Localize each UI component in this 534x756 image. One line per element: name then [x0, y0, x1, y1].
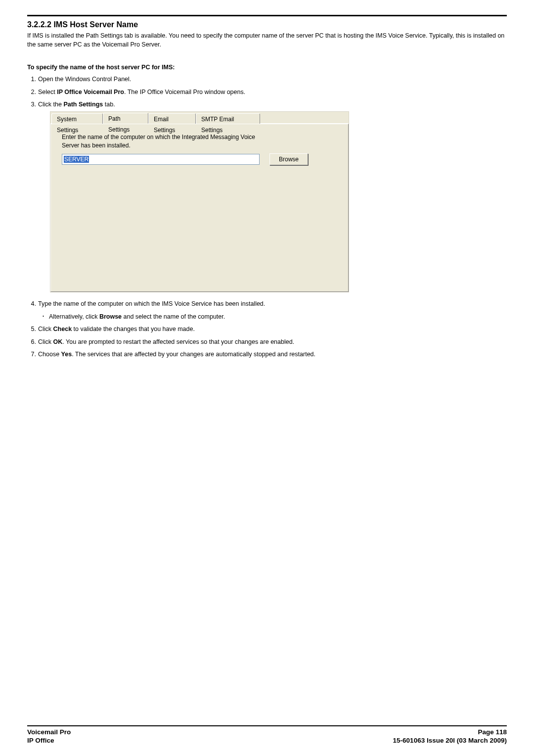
procedure-heading: To specify the name of the host server P… [27, 64, 507, 71]
step-number: 7. [27, 350, 36, 359]
dialog-screenshot: System Settings Path Settings Email Sett… [50, 111, 507, 292]
step-text-suffix: to validate the changes that you have ma… [72, 326, 195, 332]
step-5: 5. Click Check to validate the changes t… [27, 325, 507, 334]
step-bold: Yes [61, 351, 72, 358]
tab-row: System Settings Path Settings Email Sett… [50, 112, 349, 124]
footer-subproduct: IP Office [27, 737, 54, 744]
step-text-prefix: Click [38, 326, 53, 332]
step-bold: Check [53, 326, 72, 332]
substep-bold: Browse [99, 313, 122, 320]
step-text-prefix: Click the [38, 101, 63, 108]
server-name-input[interactable]: SERVER [62, 154, 260, 165]
substep-prefix: Alternatively, click [49, 313, 99, 320]
step-4: 4. Type the name of the computer on whic… [27, 299, 507, 322]
step-number: 3. [27, 100, 36, 109]
step-bold: IP Office Voicemail Pro [57, 89, 124, 95]
tab-system-settings[interactable]: System Settings [51, 113, 103, 124]
tab-smtp-email-settings[interactable]: SMTP Email Settings [196, 113, 260, 124]
step-number: 1. [27, 75, 36, 84]
footer-product: Voicemail Pro [27, 728, 71, 736]
step-text: Type the name of the computer on which t… [38, 300, 265, 307]
path-settings-panel: Enter the name of the computer on which … [50, 124, 349, 292]
substep-list: Alternatively, click Browse and select t… [42, 312, 507, 322]
tab-email-settings[interactable]: Email Settings [148, 113, 196, 124]
footer-doc-id: 15-601063 Issue 20l (03 March 2009) [393, 737, 507, 744]
browse-button[interactable]: Browse [269, 153, 308, 165]
bottom-rule [27, 725, 507, 726]
server-input-row: SERVER Browse [62, 153, 337, 165]
intro-paragraph: If IMS is installed the Path Settings ta… [27, 31, 507, 49]
step-bold: OK [53, 338, 63, 345]
step-7: 7. Choose Yes. The services that are aff… [27, 350, 507, 359]
step-3: 3. Click the Path Settings tab. System S… [27, 100, 507, 292]
step-number: 4. [27, 299, 36, 309]
step-text-suffix: . The IP Office Voicemail Pro window ope… [124, 89, 245, 95]
step-list: 1. Open the Windows Control Panel. 2. Se… [27, 75, 507, 359]
section-heading: 3.2.2.2 IMS Host Server Name [27, 20, 507, 29]
step-number: 5. [27, 325, 36, 334]
step-bold: Path Settings [63, 101, 103, 108]
step-2: 2. Select IP Office Voicemail Pro. The I… [27, 88, 507, 97]
step-number: 6. [27, 337, 36, 347]
step-text-suffix: . The services that are affected by your… [72, 351, 315, 358]
tab-path-settings[interactable]: Path Settings [103, 113, 148, 124]
step-number: 2. [27, 88, 36, 97]
settings-dialog: System Settings Path Settings Email Sett… [50, 111, 349, 292]
substep-suffix: and select the name of the computer. [122, 313, 225, 320]
panel-instruction: Enter the name of the computer on which … [62, 133, 337, 149]
step-6: 6. Click OK. You are prompted to restart… [27, 337, 507, 347]
step-1: 1. Open the Windows Control Panel. [27, 75, 507, 84]
page-footer: Voicemail Pro IP Office Page 118 15-6010… [27, 725, 507, 745]
step-text: Open the Windows Control Panel. [38, 76, 131, 83]
step-text-prefix: Choose [38, 351, 61, 358]
step-text-suffix: . You are prompted to restart the affect… [62, 338, 294, 345]
substep-4a: Alternatively, click Browse and select t… [42, 312, 507, 322]
top-rule [27, 15, 507, 16]
server-name-value: SERVER [64, 156, 89, 163]
step-text-prefix: Select [38, 89, 57, 95]
step-text-suffix: tab. [103, 101, 115, 108]
footer-page: Page 118 [478, 728, 507, 736]
panel-instruction-line1: Enter the name of the computer on which … [62, 134, 255, 141]
panel-instruction-line2: Server has been installed. [62, 142, 131, 149]
step-text-prefix: Click [38, 338, 53, 345]
